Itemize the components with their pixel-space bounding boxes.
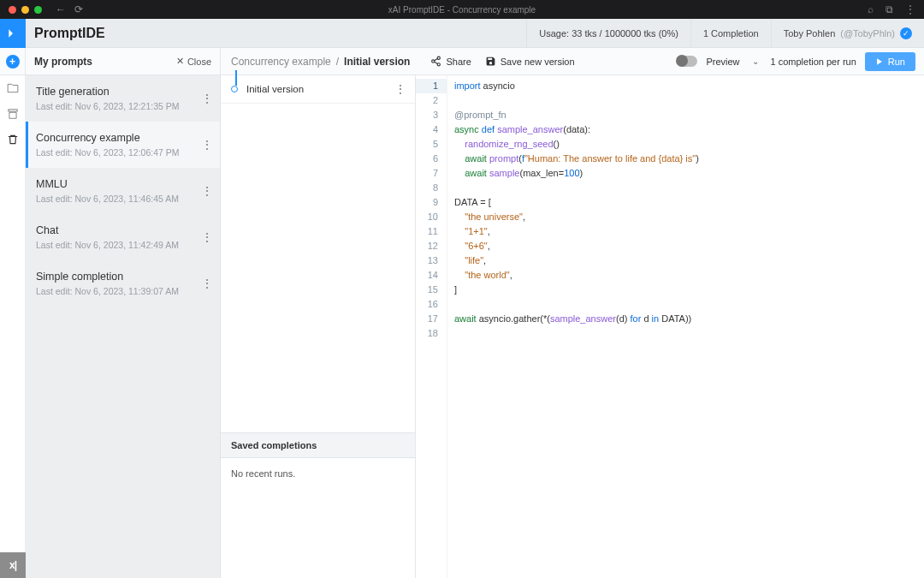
- xai-logo[interactable]: x|: [0, 552, 26, 578]
- new-prompt-button[interactable]: +: [6, 55, 20, 69]
- completion-count: 1 Completion: [690, 19, 771, 47]
- line-gutter: 123456789101112131415161718: [416, 75, 447, 578]
- user-menu[interactable]: Toby Pohlen (@TobyPhln) ✓: [771, 19, 924, 47]
- close-icon: ✕: [176, 56, 184, 67]
- version-more-icon[interactable]: ⋮: [394, 82, 406, 96]
- svg-point-0: [438, 57, 441, 59]
- share-button[interactable]: Share: [430, 56, 471, 67]
- run-button[interactable]: Run: [865, 52, 915, 71]
- os-titlebar: ← ⟳ xAI PromptIDE - Concurrency example …: [0, 0, 924, 19]
- version-label: Initial version: [246, 84, 304, 94]
- prompt-item[interactable]: MMLU Last edit: Nov 6, 2023, 11:46:45 AM…: [26, 168, 220, 214]
- back-icon[interactable]: ←: [56, 3, 66, 15]
- versions-panel: Initial version ⋮ Saved completions No r…: [221, 75, 416, 578]
- prompt-meta: Last edit: Nov 6, 2023, 11:46:45 AM: [36, 194, 210, 204]
- prompt-name: Concurrency example: [36, 132, 210, 144]
- more-icon[interactable]: ⋮: [201, 277, 213, 290]
- icon-rail: [0, 75, 26, 578]
- close-window-icon[interactable]: [9, 6, 16, 14]
- window-title: xAI PromptIDE - Concurrency example: [388, 5, 536, 15]
- app-title: PromptIDE: [26, 26, 105, 41]
- maximize-window-icon[interactable]: [34, 6, 42, 14]
- breadcrumb-current: Initial version: [344, 56, 410, 68]
- prompt-meta: Last edit: Nov 6, 2023, 12:06:47 PM: [36, 147, 210, 158]
- more-icon[interactable]: ⋮: [201, 92, 213, 105]
- toolbar: + My prompts ✕ Close Concurrency example…: [0, 48, 924, 75]
- preview-toggle[interactable]: [677, 56, 697, 67]
- prompt-meta: Last edit: Nov 6, 2023, 12:21:35 PM: [36, 101, 210, 111]
- prompt-name: Chat: [36, 224, 210, 236]
- archive-icon[interactable]: [7, 108, 19, 120]
- prompt-item[interactable]: Simple completion Last edit: Nov 6, 2023…: [26, 260, 220, 307]
- folder-icon[interactable]: [7, 82, 19, 94]
- saved-completions-body: No recent runs.: [221, 458, 415, 578]
- svg-point-2: [438, 63, 441, 66]
- svg-point-1: [432, 60, 435, 63]
- extensions-icon[interactable]: ⧉: [886, 3, 893, 15]
- code-editor[interactable]: 123456789101112131415161718 import async…: [416, 75, 924, 578]
- more-icon[interactable]: ⋮: [201, 138, 213, 152]
- breadcrumb: Concurrency example / Initial version: [221, 56, 420, 68]
- prompt-item[interactable]: Chat Last edit: Nov 6, 2023, 11:42:49 AM…: [26, 214, 220, 260]
- window-controls[interactable]: [0, 6, 42, 14]
- app-header: PromptIDE Usage: 33 tks / 1000000 tks (0…: [0, 19, 924, 48]
- user-handle: (@TobyPhln): [840, 28, 895, 39]
- app-logo[interactable]: [0, 19, 26, 48]
- close-sidebar-button[interactable]: ✕ Close: [176, 56, 211, 67]
- save-version-button[interactable]: Save new version: [485, 56, 575, 67]
- prompt-meta: Last edit: Nov 6, 2023, 11:42:49 AM: [36, 240, 210, 250]
- completion-mode-select[interactable]: 1 completion per run: [771, 57, 856, 67]
- saved-completions-header: Saved completions: [221, 432, 415, 458]
- trash-icon[interactable]: [7, 134, 19, 146]
- breadcrumb-parent[interactable]: Concurrency example: [231, 56, 331, 68]
- prompt-item[interactable]: Title generation Last edit: Nov 6, 2023,…: [26, 75, 220, 122]
- prompt-item[interactable]: Concurrency example Last edit: Nov 6, 20…: [26, 122, 220, 168]
- usage-indicator: Usage: 33 tks / 1000000 tks (0%): [526, 19, 690, 47]
- user-name: Toby Pohlen: [784, 28, 836, 39]
- prompt-meta: Last edit: Nov 6, 2023, 11:39:07 AM: [36, 286, 210, 296]
- chevron-down-icon[interactable]: ⌄: [749, 57, 762, 66]
- prompt-name: MMLU: [36, 178, 210, 190]
- svg-line-4: [435, 62, 438, 63]
- version-item[interactable]: Initial version ⋮: [221, 75, 415, 104]
- prompt-name: Title generation: [36, 86, 210, 98]
- verified-badge-icon: ✓: [900, 27, 912, 39]
- version-dot-icon: [231, 86, 238, 92]
- more-icon[interactable]: ⋮: [201, 230, 213, 244]
- code-content[interactable]: import asyncio @prompt_fnasync def sampl…: [447, 75, 924, 578]
- breadcrumb-separator: /: [336, 56, 339, 68]
- sidebar-title: My prompts: [34, 56, 92, 68]
- search-icon[interactable]: ⌕: [868, 3, 874, 15]
- svg-line-3: [435, 58, 438, 60]
- prompts-sidebar: Title generation Last edit: Nov 6, 2023,…: [26, 75, 221, 578]
- more-icon[interactable]: ⋮: [201, 184, 213, 198]
- kebab-menu-icon[interactable]: ⋮: [905, 3, 915, 15]
- preview-label: Preview: [706, 57, 739, 67]
- prompt-name: Simple completion: [36, 271, 210, 283]
- reload-icon[interactable]: ⟳: [74, 3, 83, 15]
- minimize-window-icon[interactable]: [21, 6, 29, 14]
